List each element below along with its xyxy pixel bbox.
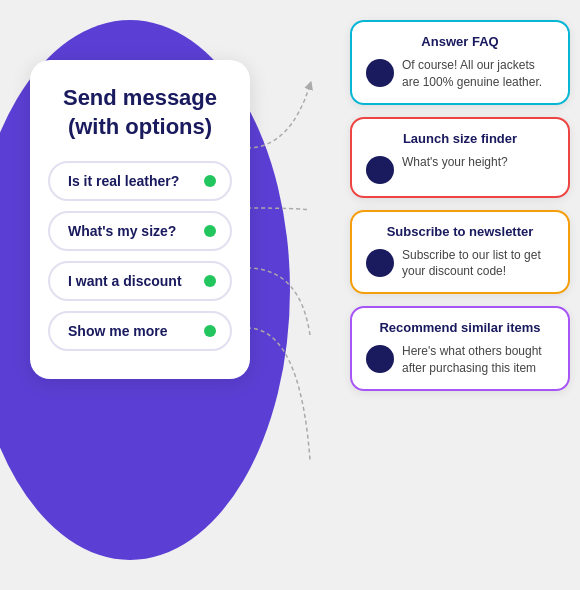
card-size-finder: Launch size finder What's your height? bbox=[350, 117, 570, 198]
card-size-title: Launch size finder bbox=[366, 131, 554, 146]
connector-dot-more bbox=[204, 325, 216, 337]
left-panel: Send message (with options) Is it real l… bbox=[30, 60, 250, 379]
option-discount-label: I want a discount bbox=[68, 273, 182, 289]
card-similar-title: Recommend similar items bbox=[366, 320, 554, 335]
connector-dot-size bbox=[204, 225, 216, 237]
card-newsletter: Subscribe to newsletter Subscribe to our… bbox=[350, 210, 570, 295]
card-similar-body: Here's what others bought after purchasi… bbox=[366, 343, 554, 377]
right-panels: Answer FAQ Of course! All our jackets ar… bbox=[350, 20, 570, 391]
card-similar-text: Here's what others bought after purchasi… bbox=[402, 343, 554, 377]
card-faq: Answer FAQ Of course! All our jackets ar… bbox=[350, 20, 570, 105]
connector-dot-leather bbox=[204, 175, 216, 187]
option-size-label: What's my size? bbox=[68, 223, 176, 239]
option-leather-label: Is it real leather? bbox=[68, 173, 179, 189]
card-newsletter-body: Subscribe to our list to get your discou… bbox=[366, 247, 554, 281]
card-faq-text: Of course! All our jackets are 100% genu… bbox=[402, 57, 554, 91]
option-size[interactable]: What's my size? bbox=[48, 211, 232, 251]
card-size-text: What's your height? bbox=[402, 154, 508, 171]
card-newsletter-text: Subscribe to our list to get your discou… bbox=[402, 247, 554, 281]
card-newsletter-icon bbox=[366, 249, 394, 277]
option-discount[interactable]: I want a discount bbox=[48, 261, 232, 301]
connector-dot-discount bbox=[204, 275, 216, 287]
card-similar: Recommend similar items Here's what othe… bbox=[350, 306, 570, 391]
option-leather[interactable]: Is it real leather? bbox=[48, 161, 232, 201]
option-more[interactable]: Show me more bbox=[48, 311, 232, 351]
card-size-body: What's your height? bbox=[366, 154, 554, 184]
card-faq-body: Of course! All our jackets are 100% genu… bbox=[366, 57, 554, 91]
card-similar-icon bbox=[366, 345, 394, 373]
card-newsletter-title: Subscribe to newsletter bbox=[366, 224, 554, 239]
card-faq-title: Answer FAQ bbox=[366, 34, 554, 49]
main-container: Send message (with options) Is it real l… bbox=[0, 0, 580, 590]
card-faq-icon bbox=[366, 59, 394, 87]
card-size-icon bbox=[366, 156, 394, 184]
option-more-label: Show me more bbox=[68, 323, 168, 339]
panel-title: Send message (with options) bbox=[48, 84, 232, 141]
